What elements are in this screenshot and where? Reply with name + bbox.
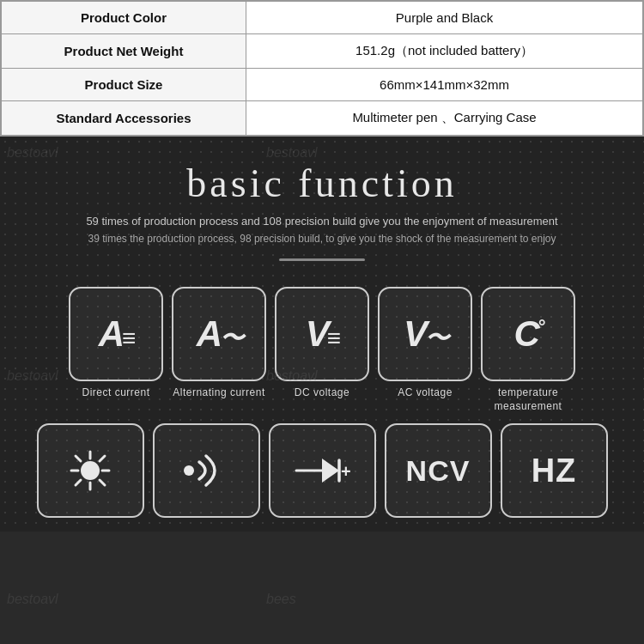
icon-diode: + — [269, 423, 376, 518]
ac-label: Alternating current — [173, 386, 265, 400]
icon-box-dc: A≡ — [69, 287, 163, 381]
row-value: Multimeter pen 、Carrying Case — [246, 101, 643, 136]
icon-box-sound — [153, 423, 260, 518]
svg-point-9 — [184, 465, 194, 476]
icon-box-acv: V〜 — [378, 287, 472, 381]
subtitle-sub: 39 times the production process, 98 prec… — [17, 233, 627, 245]
icon-direct-current: A≡ Direct current — [69, 287, 163, 416]
watermark-3: bestoavl — [7, 368, 58, 384]
row-label: Product Net Weight — [2, 34, 246, 69]
icons-row-1: A≡ Direct current A〜 Alternating current… — [0, 287, 644, 416]
divider — [279, 258, 365, 261]
row-value: Purple and Black — [246, 2, 643, 34]
icon-alternating-current: A〜 Alternating current — [172, 287, 266, 416]
icon-box-ncv: NCV — [385, 423, 492, 518]
row-label: Standard Accessories — [2, 101, 246, 136]
table-row: Product Color Purple and Black — [2, 2, 643, 34]
sound-icon-svg — [180, 449, 232, 492]
watermark-6: bees — [266, 592, 296, 607]
watermark-4: bestoavl — [266, 368, 318, 384]
table-row: Standard Accessories Multimeter pen 、Car… — [2, 101, 643, 136]
dcv-symbol: V≡ — [306, 313, 338, 355]
ac-symbol: A〜 — [197, 313, 241, 355]
product-specs-table: Product Color Purple and Black Product N… — [1, 1, 643, 136]
temp-symbol: C° — [513, 313, 542, 355]
watermark-5: bestoavl — [7, 592, 58, 607]
temp-label: temperaturemeasurement — [495, 386, 562, 413]
icon-temperature: C° temperaturemeasurement — [481, 287, 575, 416]
icon-hz: HZ — [501, 423, 608, 518]
icon-ac-voltage: V〜 AC voltage — [378, 287, 472, 416]
acv-label: AC voltage — [398, 386, 453, 400]
row-value: 66mm×141mm×32mm — [246, 69, 643, 101]
icon-box-hz: HZ — [501, 423, 608, 518]
diode-icon-svg: + — [292, 453, 352, 488]
icons-row-2: + NCV HZ — [0, 423, 644, 518]
icon-dc-voltage: V≡ DC voltage — [275, 287, 369, 416]
section-title: basic function — [17, 161, 627, 206]
row-value: 151.2g（not included battery） — [246, 34, 643, 69]
dark-section: bestoavl bestoavl bestoavl bestoavl best… — [0, 137, 644, 532]
acv-symbol: V〜 — [404, 313, 447, 355]
icon-box-dcv: V≡ — [275, 287, 369, 381]
dc-symbol: A≡ — [99, 313, 134, 355]
row-label: Product Size — [2, 69, 246, 101]
sun-rays-svg — [70, 450, 111, 491]
icon-brightness — [37, 423, 144, 518]
svg-text:+: + — [341, 462, 351, 481]
hz-label: HZ — [532, 453, 577, 489]
basic-function-section: basic function 59 times of production pr… — [0, 137, 644, 287]
ncv-label: NCV — [406, 454, 471, 488]
icon-ncv: NCV — [385, 423, 492, 518]
svg-point-0 — [82, 462, 99, 479]
product-table-section: Product Color Purple and Black Product N… — [0, 0, 644, 137]
icon-box-sun — [37, 423, 144, 518]
subtitle-main: 59 times of production process and 108 p… — [17, 215, 627, 228]
dc-label: Direct current — [82, 386, 149, 400]
svg-line-5 — [76, 456, 81, 461]
svg-line-7 — [100, 456, 105, 461]
icon-sound — [153, 423, 260, 518]
dcv-label: DC voltage — [295, 386, 349, 400]
icon-box-diode: + — [269, 423, 376, 518]
svg-marker-11 — [322, 459, 339, 483]
icon-box-ac: A〜 — [172, 287, 266, 381]
table-row: Product Net Weight 151.2g（not included b… — [2, 34, 643, 69]
svg-line-8 — [76, 480, 81, 485]
sun-icon — [70, 450, 111, 491]
row-label: Product Color — [2, 2, 246, 34]
table-row: Product Size 66mm×141mm×32mm — [2, 69, 643, 101]
svg-line-6 — [100, 480, 105, 485]
icon-box-temp: C° — [481, 287, 575, 381]
